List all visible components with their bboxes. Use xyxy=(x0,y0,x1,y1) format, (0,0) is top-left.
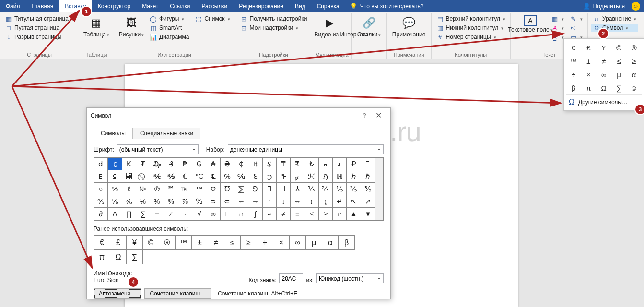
symbol-cell[interactable]: ≥ xyxy=(319,208,333,220)
flyout-symbol[interactable]: © xyxy=(611,41,627,54)
symbol-cell[interactable]: ∫ xyxy=(248,208,262,220)
smartart-button[interactable]: ◫SmartArt xyxy=(148,24,191,32)
recent-symbol[interactable]: ® xyxy=(159,236,176,250)
symbol-cell[interactable]: ℅ xyxy=(221,170,234,183)
symbol-cell[interactable]: ∩ xyxy=(234,208,248,220)
recent-symbol[interactable]: ≠ xyxy=(208,236,224,250)
symbol-cell[interactable]: ₯ xyxy=(150,158,164,170)
symbol-cell[interactable]: ⃁ xyxy=(122,170,136,183)
symbol-cell[interactable]: ₲ xyxy=(192,158,206,170)
font-select[interactable]: (обычный текст) xyxy=(117,144,199,154)
symbol-cell[interactable]: ₽ xyxy=(347,158,361,170)
cover-page-button[interactable]: ▦Титульная страница xyxy=(3,14,76,23)
tab-справка[interactable]: Справка xyxy=(311,0,345,12)
flyout-symbol[interactable]: ≤ xyxy=(611,54,627,68)
screenshot-button[interactable]: ⬚Снимок xyxy=(193,14,232,23)
symbol-cell[interactable]: ⅛ xyxy=(136,195,150,208)
symbol-cell[interactable]: ₾ xyxy=(361,158,375,170)
symbol-cell[interactable]: ∙ xyxy=(178,208,192,220)
symbol-cell[interactable]: ∂ xyxy=(94,208,108,220)
symbol-cell[interactable]: ⅓ xyxy=(304,183,318,195)
symbol-cell[interactable]: % xyxy=(108,183,122,195)
symbol-cell[interactable]: ℀ xyxy=(150,170,164,183)
symbol-cell[interactable]: ∟ xyxy=(221,208,234,220)
symbol-cell[interactable]: ⅔ xyxy=(319,183,333,195)
recent-symbol[interactable]: Ω xyxy=(110,250,127,264)
flyout-symbol[interactable]: € xyxy=(566,41,581,54)
footer-button[interactable]: ▥Нижний колонтитул xyxy=(434,24,507,32)
flyout-symbol[interactable]: ÷ xyxy=(566,68,581,81)
tab-рассылки[interactable]: Рассылки xyxy=(196,0,233,12)
pagenum-button[interactable]: #Номер страницы xyxy=(434,33,507,41)
symbol-cell[interactable]: ₴ xyxy=(221,158,234,170)
code-input[interactable] xyxy=(279,273,303,283)
recent-symbol[interactable]: ÷ xyxy=(257,236,273,250)
flyout-symbol[interactable]: ± xyxy=(581,54,597,68)
flyout-symbol[interactable]: ® xyxy=(626,41,642,54)
symbol-cell[interactable]: ⊂ xyxy=(221,195,234,208)
symbol-cell[interactable]: ∏ xyxy=(122,208,136,220)
symbol-cell[interactable]: ℎ xyxy=(347,170,361,183)
flyout-symbol[interactable]: β xyxy=(566,81,581,94)
symbol-cell[interactable]: ⅄ xyxy=(291,183,304,195)
flyout-symbol[interactable]: α xyxy=(626,68,642,81)
recent-symbol[interactable]: ≥ xyxy=(241,236,257,250)
symbol-cell[interactable]: ℍ xyxy=(333,170,347,183)
recent-symbol[interactable]: ± xyxy=(192,236,208,250)
symbol-cell[interactable]: ₿ xyxy=(94,170,108,183)
symbol-cell[interactable]: ℉ xyxy=(277,170,291,183)
tab-special[interactable]: Специальные знаки xyxy=(133,128,200,139)
links-button[interactable]: 🔗 Ссылки xyxy=(355,14,384,51)
recent-grid[interactable]: €£¥©®™±≠≤≥÷×∞μαβπΩ∑ xyxy=(94,235,355,264)
table-button[interactable]: ▦ Таблица xyxy=(82,14,111,51)
symbol-cell[interactable]: ▲ xyxy=(347,208,361,220)
symbol-cell[interactable]: ⅃ xyxy=(277,183,291,195)
symbol-cell[interactable]: ℌ xyxy=(319,170,333,183)
symbol-cell[interactable]: ↖ xyxy=(347,195,361,208)
chart-button[interactable]: 📊Диаграмма xyxy=(148,33,191,41)
symbol-cell[interactable]: ₰ xyxy=(164,158,178,170)
symbol-cell[interactable]: ℄ xyxy=(206,170,220,183)
flyout-symbol[interactable]: ≠ xyxy=(596,54,611,68)
symbol-cell[interactable]: ↕ xyxy=(304,195,318,208)
symbol-cell[interactable]: № xyxy=(136,183,150,195)
symbol-cell[interactable]: ₸ xyxy=(277,158,291,170)
symbol-cell[interactable]: ℓ xyxy=(122,183,136,195)
header-button[interactable]: ▤Верхний колонтитул xyxy=(434,14,507,23)
equation-button[interactable]: πУравнение xyxy=(591,14,638,23)
recent-symbol[interactable]: α xyxy=(322,236,339,250)
flyout-symbol[interactable]: £ xyxy=(581,41,597,54)
from-select[interactable]: Юникод (шестн.) xyxy=(316,273,384,283)
symbol-cell[interactable]: ≠ xyxy=(277,208,291,220)
symbol-cell[interactable]: ⌂ xyxy=(333,208,347,220)
symbol-cell[interactable]: ™ xyxy=(192,183,206,195)
symbol-cell[interactable]: ⅘ xyxy=(94,195,108,208)
wordart-button[interactable]: A xyxy=(549,24,566,32)
symbol-cell[interactable]: ○ xyxy=(94,183,108,195)
symbol-cell[interactable]: ₱ xyxy=(178,158,192,170)
signature-button[interactable]: ✎ xyxy=(568,14,585,23)
feedback-smiley-icon[interactable]: ☺ xyxy=(632,2,640,11)
symbol-cell[interactable]: ₶ xyxy=(248,158,262,170)
symbol-cell[interactable]: ▼ xyxy=(361,208,375,220)
flyout-symbol[interactable]: ™ xyxy=(566,54,581,68)
symbol-cell[interactable]: ₼ xyxy=(333,158,347,170)
recent-symbol[interactable]: π xyxy=(94,250,110,264)
autocorrect-button[interactable]: Автозамена… xyxy=(94,288,141,299)
symbol-cell[interactable]: Ω xyxy=(206,183,220,195)
symbol-cell[interactable]: ⃠ xyxy=(136,170,150,183)
tab-вид[interactable]: Вид xyxy=(289,0,311,12)
recent-symbol[interactable]: β xyxy=(339,236,355,250)
symbol-cell[interactable]: ↑ xyxy=(263,195,277,208)
recent-symbol[interactable]: ≤ xyxy=(224,236,241,250)
symbol-cell[interactable]: ∕ xyxy=(164,208,178,220)
symbol-cell[interactable]: ⅞ xyxy=(178,195,192,208)
symbol-cell[interactable]: ⅁ xyxy=(248,183,262,195)
symbol-cell[interactable]: ↉ xyxy=(192,195,206,208)
online-video-button[interactable]: ▶ Видео из Интернета xyxy=(315,14,344,51)
symbol-cell[interactable]: ℂ xyxy=(178,170,192,183)
symbol-cell[interactable]: ℡ xyxy=(178,183,192,195)
symbol-cell[interactable]: ₷ xyxy=(263,158,277,170)
symbol-cell[interactable]: ⅗ xyxy=(361,183,375,195)
symbol-cell[interactable]: ⊃ xyxy=(206,195,220,208)
